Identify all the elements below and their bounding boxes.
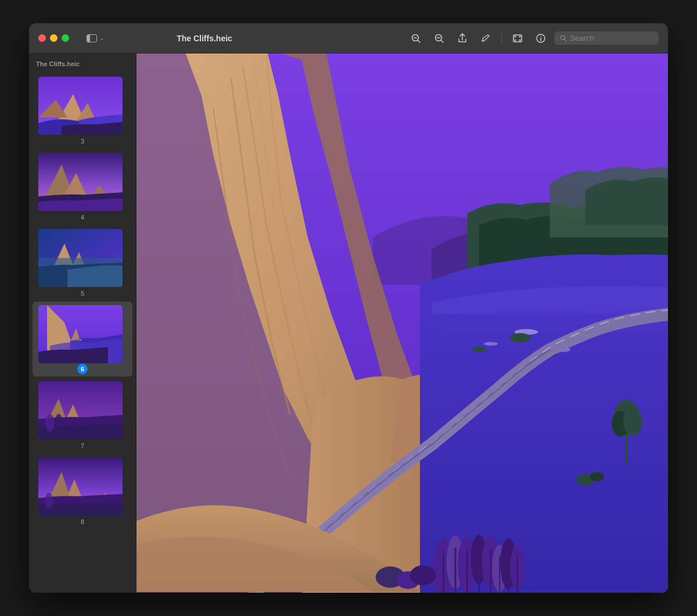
app-window: ⌄ The Cliffs.heic (29, 23, 668, 593)
svg-point-68 (623, 407, 642, 436)
minimize-button[interactable] (50, 34, 58, 42)
titlebar: ⌄ The Cliffs.heic (29, 23, 668, 53)
thumbnail-image-6 (38, 305, 123, 363)
thumbnail-label-wrapper-6: 6 6 (38, 366, 127, 373)
close-button[interactable] (38, 34, 46, 42)
thumbnail-badge-6: 6 (77, 364, 88, 374)
thumbnail-item-4[interactable]: 4 (33, 149, 132, 224)
info-button[interactable] (531, 30, 551, 46)
svg-point-64 (410, 565, 436, 586)
svg-line-2 (418, 40, 421, 42)
search-icon (560, 34, 567, 42)
traffic-lights (38, 34, 69, 42)
zoom-in-button[interactable] (406, 30, 426, 46)
svg-point-32 (45, 414, 55, 432)
thumbnail-image-7 (38, 381, 123, 439)
sidebar: The Cliffs.heic (29, 53, 136, 593)
chevron-down-icon: ⌄ (99, 35, 104, 41)
maximize-button[interactable] (62, 34, 69, 42)
thumbnail-image-8 (38, 457, 123, 515)
svg-point-45 (472, 347, 486, 353)
toolbar-right (406, 30, 659, 46)
sidebar-section-title: The Cliffs.heic (29, 58, 136, 72)
fit-button[interactable] (508, 30, 527, 46)
thumbnail-image-5 (38, 229, 123, 287)
markup-button[interactable] (476, 30, 495, 46)
zoom-out-button[interactable] (429, 30, 449, 46)
thumbnail-label-8: 8 (38, 518, 127, 525)
thumbnail-label-7: 7 (38, 442, 127, 449)
svg-point-70 (590, 472, 604, 481)
thumbnail-item-3[interactable]: 3 (33, 73, 132, 148)
search-bar (554, 31, 659, 45)
svg-point-38 (45, 493, 53, 509)
thumbnail-item-5[interactable]: 5 (33, 225, 132, 300)
thumbnail-label-5: 5 (38, 290, 127, 297)
main-illustration (136, 53, 668, 593)
svg-point-8 (540, 35, 541, 37)
sidebar-toggle-area: ⌄ (83, 32, 107, 45)
svg-line-10 (565, 39, 566, 41)
thumbnail-image-3 (38, 77, 123, 135)
svg-point-33 (55, 414, 62, 428)
main-area: The Cliffs.heic (29, 53, 668, 593)
thumbnail-item-6[interactable]: 6 6 (33, 302, 132, 377)
thumbnail-item-8[interactable]: 8 (33, 454, 132, 529)
sidebar-icon (87, 34, 97, 42)
thumbnail-label-4: 4 (38, 214, 127, 221)
thumbnail-item-7[interactable]: 7 (33, 378, 132, 453)
toolbar-divider (501, 33, 502, 44)
content-area (136, 53, 668, 593)
sidebar-toggle-button[interactable]: ⌄ (83, 32, 107, 45)
thumbnail-label-3: 3 (38, 138, 127, 145)
window-title: The Cliffs.heic (114, 34, 294, 43)
svg-line-5 (441, 40, 444, 42)
search-input[interactable] (570, 34, 653, 42)
thumbnail-image-4 (38, 153, 123, 211)
svg-point-43 (510, 333, 531, 342)
svg-point-42 (484, 342, 498, 346)
share-button[interactable] (452, 30, 472, 46)
